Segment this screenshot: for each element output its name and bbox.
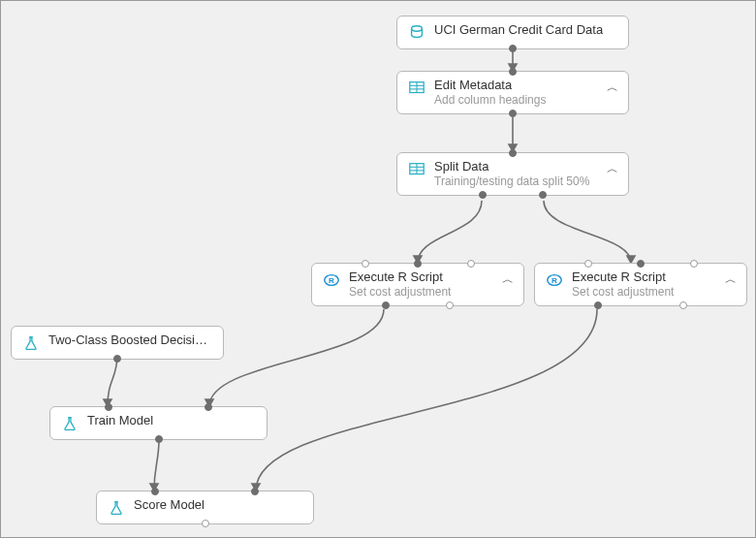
dataset-icon [407, 23, 426, 43]
node-r-script-left[interactable]: R Execute R Script Set cost adjustment ︿ [311, 263, 524, 306]
node-title: UCI German Credit Card Data [434, 22, 603, 38]
input-port-1[interactable] [105, 403, 112, 411]
chevron-up-icon[interactable]: ︿ [715, 269, 737, 289]
output-port[interactable] [155, 435, 163, 443]
svg-point-0 [412, 26, 423, 31]
output-port-1[interactable] [479, 191, 487, 199]
node-algorithm[interactable]: Two-Class Boosted Decision... [11, 326, 224, 360]
output-port-1[interactable] [594, 301, 602, 309]
output-port-2[interactable] [679, 301, 687, 309]
flask-icon [21, 333, 41, 353]
output-port-1[interactable] [382, 301, 390, 309]
node-subtitle: Add column headings [434, 93, 546, 108]
output-port[interactable] [202, 520, 209, 527]
r-icon: R [545, 270, 564, 290]
node-title: Execute R Script [349, 269, 451, 285]
input-port-3[interactable] [690, 260, 698, 268]
input-port-2[interactable] [251, 488, 259, 495]
input-port-2[interactable] [637, 260, 645, 268]
node-subtitle: Set cost adjustment [349, 285, 451, 300]
node-title: Score Model [134, 497, 205, 513]
output-port-2[interactable] [539, 191, 547, 199]
grid-icon [407, 79, 426, 98]
r-icon: R [322, 270, 341, 290]
svg-text:R: R [329, 276, 334, 285]
flask-icon [60, 414, 79, 433]
input-port[interactable] [509, 149, 517, 157]
node-subtitle: Training/testing data split 50% [434, 174, 589, 189]
node-split-data[interactable]: Split Data Training/testing data split 5… [396, 152, 629, 196]
node-edit-metadata[interactable]: Edit Metadata Add column headings ︿ [396, 71, 629, 114]
chevron-up-icon[interactable]: ︿ [492, 269, 514, 289]
node-subtitle: Set cost adjustment [572, 285, 674, 300]
grid-icon [407, 160, 426, 179]
output-port[interactable] [509, 110, 517, 117]
node-score-model[interactable]: Score Model [96, 491, 314, 524]
input-port-1[interactable] [584, 260, 592, 268]
node-r-script-right[interactable]: R Execute R Script Set cost adjustment ︿ [534, 263, 747, 306]
node-title: Execute R Script [572, 269, 674, 285]
node-title: Split Data [434, 159, 589, 174]
node-title: Edit Metadata [434, 78, 546, 93]
output-port[interactable] [509, 45, 517, 52]
input-port-3[interactable] [467, 260, 475, 268]
output-port[interactable] [113, 355, 121, 363]
svg-text:R: R [551, 276, 557, 285]
node-dataset[interactable]: UCI German Credit Card Data [396, 16, 629, 49]
flask-icon [107, 498, 126, 518]
node-title: Train Model [87, 413, 153, 428]
chevron-up-icon[interactable]: ︿ [597, 159, 618, 178]
input-port[interactable] [509, 68, 517, 76]
input-port-1[interactable] [151, 488, 159, 495]
input-port-1[interactable] [362, 260, 369, 268]
output-port-2[interactable] [446, 301, 454, 309]
input-port-2[interactable] [205, 403, 212, 411]
experiment-canvas[interactable]: UCI German Credit Card Data Edit Metadat… [1, 1, 755, 537]
node-train-model[interactable]: Train Model [49, 406, 268, 440]
chevron-up-icon[interactable]: ︿ [597, 78, 618, 97]
input-port-2[interactable] [414, 260, 422, 268]
node-title: Two-Class Boosted Decision... [48, 332, 213, 348]
